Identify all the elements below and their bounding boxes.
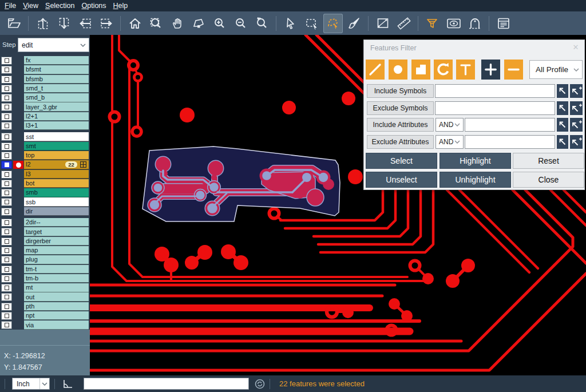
zoom-out-icon[interactable]	[231, 14, 251, 33]
and-or-dropdown[interactable]: AND	[435, 118, 464, 132]
surface-feature-icon[interactable]	[411, 60, 430, 80]
layer-name[interactable]: smd_t	[24, 84, 89, 93]
pick-add-icon[interactable]	[570, 135, 583, 149]
pan-down-icon[interactable]	[54, 14, 74, 33]
layer-checkbox[interactable]	[1, 266, 12, 274]
pick-icon[interactable]	[557, 135, 568, 149]
filter-row-label[interactable]: Include Attributes	[367, 118, 434, 132]
filter-icon[interactable]	[423, 14, 442, 33]
layer-name[interactable]: target	[24, 227, 89, 236]
home-icon[interactable]	[125, 14, 145, 33]
layer-name[interactable]: 2dir--	[24, 218, 89, 227]
and-or-dropdown[interactable]: AND	[435, 135, 464, 149]
tune-icon[interactable]	[465, 14, 485, 33]
layer-checkbox[interactable]	[1, 208, 12, 216]
layer-name[interactable]: dirgerber	[24, 237, 89, 246]
layer-name[interactable]: bot	[24, 179, 89, 188]
layer-checkbox[interactable]	[1, 180, 12, 188]
select-button[interactable]: Select	[366, 153, 437, 169]
layer-checkbox[interactable]	[1, 122, 12, 130]
layer-checkbox[interactable]	[1, 237, 12, 246]
zoom-polygon-icon[interactable]	[189, 14, 208, 33]
select-polygon-icon[interactable]	[323, 14, 343, 33]
step-dropdown[interactable]: edit	[18, 38, 89, 52]
layer-checkbox[interactable]	[1, 161, 12, 169]
reset-button[interactable]: Reset	[513, 153, 584, 169]
menu-item-selection[interactable]: Selection	[45, 2, 74, 10]
pick-icon[interactable]	[557, 84, 568, 98]
layer-checkbox[interactable]	[1, 247, 12, 255]
filter-row-label[interactable]: Include Symbols	[367, 84, 434, 98]
clear-highlight-icon[interactable]	[345, 14, 364, 33]
filter-value-input[interactable]	[465, 135, 555, 149]
layer-checkbox[interactable]	[1, 256, 12, 264]
layer-name[interactable]: l2+1	[24, 112, 89, 121]
line-feature-icon[interactable]	[366, 60, 385, 80]
view-layer-icon[interactable]	[444, 14, 464, 33]
layer-name[interactable]: out	[24, 292, 89, 301]
layer-name[interactable]: smb	[24, 188, 89, 197]
layer-checkbox[interactable]	[1, 198, 12, 206]
command-input[interactable]	[84, 378, 249, 390]
minus-icon[interactable]	[504, 60, 523, 80]
layer-checkbox[interactable]	[1, 152, 12, 160]
pick-add-icon[interactable]	[570, 118, 583, 132]
layer-checkbox[interactable]	[1, 275, 12, 283]
layer-checkbox[interactable]	[1, 103, 12, 111]
layer-name[interactable]: layer_3.gbr	[24, 102, 89, 111]
layer-name[interactable]: l3	[24, 170, 89, 179]
layer-name[interactable]: fx	[24, 56, 89, 65]
pick-icon[interactable]	[557, 118, 568, 132]
menu-item-view[interactable]: View	[23, 2, 38, 10]
profile-dropdown[interactable]: All Profile	[529, 60, 583, 79]
pick-add-icon[interactable]	[570, 101, 583, 115]
layer-checkbox[interactable]	[1, 142, 12, 151]
pick-add-icon[interactable]	[570, 84, 583, 98]
menu-item-file[interactable]: File	[5, 2, 16, 10]
filter-value-input[interactable]	[435, 101, 555, 115]
plus-icon[interactable]	[481, 60, 500, 80]
ruler-icon[interactable]	[394, 14, 414, 33]
menu-item-options[interactable]: Options	[81, 2, 106, 10]
snap-angle-icon[interactable]	[62, 379, 74, 389]
layer-name[interactable]: tm-b	[24, 274, 89, 283]
layer-checkbox[interactable]	[1, 171, 12, 179]
unit-dropdown[interactable]: Inch	[12, 378, 50, 390]
layer-name[interactable]: dir	[24, 207, 89, 216]
layer-name[interactable]: l222	[24, 160, 89, 169]
zoom-in-icon[interactable]	[210, 14, 229, 33]
layer-checkbox[interactable]	[1, 76, 12, 84]
layer-checkbox[interactable]	[1, 85, 12, 93]
layer-name[interactable]: smd_b	[24, 93, 89, 102]
highlight-button[interactable]: Highlight	[440, 153, 511, 169]
filter-row-label[interactable]: Exclude Symbols	[367, 101, 434, 115]
layer-checkbox[interactable]	[1, 113, 12, 121]
layer-name[interactable]: l3+1	[24, 121, 89, 130]
layer-name[interactable]: smt	[24, 142, 89, 151]
pad-feature-icon[interactable]	[389, 60, 407, 80]
menu-item-help[interactable]: Help	[113, 2, 128, 10]
layer-name[interactable]: plug	[24, 255, 89, 264]
arc-feature-icon[interactable]	[434, 60, 453, 80]
close-icon[interactable]: ✕	[571, 43, 580, 52]
layer-checkbox[interactable]	[1, 303, 12, 311]
pointer-icon[interactable]	[281, 14, 300, 33]
text-feature-icon[interactable]	[456, 60, 475, 80]
pick-icon[interactable]	[557, 101, 568, 115]
measure-icon[interactable]	[373, 14, 393, 33]
close-button[interactable]: Close	[513, 172, 584, 188]
layer-checkbox[interactable]	[1, 321, 12, 329]
layer-checkbox[interactable]	[1, 219, 12, 227]
pan-hand-icon[interactable]	[168, 14, 187, 33]
filter-row-label[interactable]: Exclude Attributes	[367, 135, 434, 149]
layer-name[interactable]: via	[24, 320, 89, 329]
pan-right-icon[interactable]	[97, 14, 116, 33]
layer-checkbox[interactable]	[1, 66, 12, 74]
pan-up-icon[interactable]	[33, 14, 53, 33]
layer-name[interactable]: bfsmt	[24, 65, 89, 74]
layer-checkbox[interactable]	[1, 133, 12, 141]
report-icon[interactable]	[494, 14, 513, 33]
layer-checkbox[interactable]	[1, 284, 12, 292]
pan-left-icon[interactable]	[76, 14, 95, 33]
unhighlight-button[interactable]: Unhighlight	[440, 172, 511, 188]
